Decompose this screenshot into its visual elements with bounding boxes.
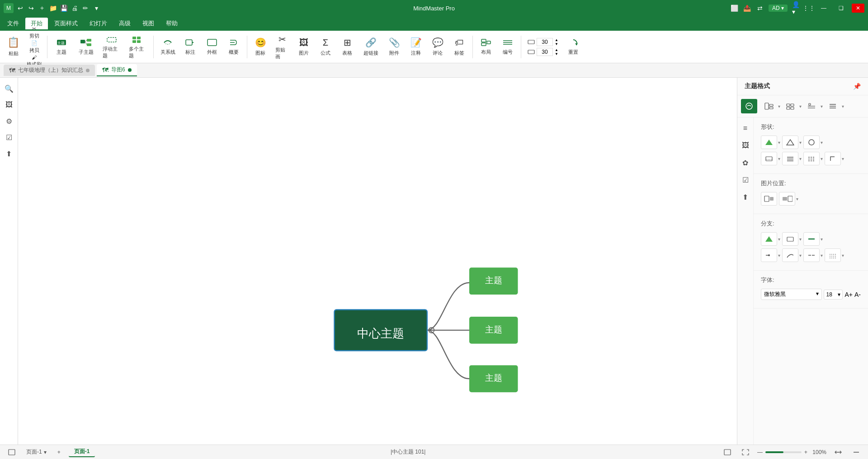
menu-file[interactable]: 文件: [2, 18, 24, 29]
line-dropdown[interactable]: ▾: [799, 156, 802, 161]
branch-corner2-btn[interactable]: [761, 248, 777, 262]
shape-circle-btn[interactable]: [803, 136, 820, 149]
print-btn[interactable]: 🖨: [71, 4, 79, 12]
panel-layout-btn3[interactable]: [803, 99, 820, 113]
multi-theme-btn[interactable]: 多个主题: [125, 33, 151, 61]
menu-view[interactable]: 视图: [137, 18, 160, 29]
page-view-btn[interactable]: [5, 448, 18, 456]
edit-btn[interactable]: ✏: [81, 4, 90, 12]
font-decrease-btn[interactable]: A-: [854, 291, 861, 298]
left-upload-btn[interactable]: ⬆: [2, 146, 16, 161]
user-btn[interactable]: 👤 ▾: [792, 4, 800, 12]
layout-dropdown3-arrow[interactable]: ▾: [821, 104, 823, 109]
shape-dash-btn[interactable]: [803, 152, 820, 165]
fit-width-btn[interactable]: [832, 448, 844, 456]
copy-btn[interactable]: 📄 拷贝: [24, 40, 44, 54]
font-family-selector[interactable]: 微软雅黑 ▾: [761, 289, 822, 300]
zoom-out-btn[interactable]: —: [757, 449, 763, 455]
panel-layout-btn2[interactable]: [782, 99, 798, 113]
corner-dropdown[interactable]: ▾: [842, 156, 844, 161]
branch-curve-btn[interactable]: [782, 248, 798, 262]
edit-shape-dropdown[interactable]: ▾: [778, 156, 780, 161]
more-btn[interactable]: ▾: [92, 4, 100, 12]
width-input[interactable]: [537, 38, 553, 46]
branch-dash2-btn[interactable]: [825, 248, 841, 262]
left-settings-btn[interactable]: ⚙: [2, 114, 16, 128]
branch-curve-dropdown[interactable]: ▾: [799, 253, 802, 258]
undo-btn[interactable]: ↩: [16, 4, 24, 12]
shape-fill-btn[interactable]: [761, 136, 777, 149]
page-label-btn[interactable]: 页面-1 ▾: [24, 447, 49, 457]
network-btn[interactable]: ⇄: [756, 4, 764, 12]
summary-btn[interactable]: 概要: [223, 33, 244, 61]
layout-dropdown2-arrow[interactable]: ▾: [799, 104, 802, 109]
formula-btn[interactable]: Σ 公式: [315, 33, 336, 61]
branch-edit-btn[interactable]: [782, 232, 798, 246]
list-dropdown-arrow[interactable]: ▾: [842, 104, 844, 109]
active-page-tab[interactable]: 页面-1: [69, 447, 95, 457]
font-increase-btn[interactable]: A+: [844, 291, 853, 298]
new-btn[interactable]: ＋: [38, 4, 46, 12]
minimize-btn[interactable]: —: [817, 4, 830, 13]
theme-btn[interactable]: 主题 主题: [50, 33, 73, 61]
panel-tool-wand[interactable]: [741, 99, 757, 113]
branch-dash2-dropdown[interactable]: ▾: [842, 253, 844, 258]
hyperlink-btn[interactable]: 🔗 超链接: [359, 33, 383, 61]
branch-multi-dropdown[interactable]: ▾: [821, 253, 823, 258]
outline-dropdown-arrow[interactable]: ▾: [799, 140, 802, 145]
screen-btn[interactable]: ⬜: [731, 4, 739, 12]
ad-btn[interactable]: AD ▾: [769, 5, 788, 12]
panel-nav-list[interactable]: ≡: [737, 121, 754, 136]
menu-slides[interactable]: 幻灯片: [84, 18, 113, 29]
dash-dropdown[interactable]: ▾: [821, 156, 823, 161]
image-pos-left-btn[interactable]: [761, 192, 777, 206]
frame-btn[interactable]: 外框: [202, 33, 222, 61]
tab-2[interactable]: 🗺 导图6: [97, 64, 137, 76]
comment-btn[interactable]: 💬 评论: [427, 33, 448, 61]
panel-layout-btn1[interactable]: [761, 99, 777, 113]
full-screen-btn[interactable]: [739, 448, 752, 456]
width-down[interactable]: ▼: [555, 42, 558, 46]
image-btn[interactable]: 🖼 图片: [293, 33, 314, 61]
table-btn[interactable]: ⊞ 表格: [337, 33, 358, 61]
branch-fill-dropdown[interactable]: ▾: [778, 237, 780, 242]
layout-btn[interactable]: 布局: [476, 33, 496, 61]
branch-edit-dropdown[interactable]: ▾: [799, 237, 802, 242]
attach-btn[interactable]: 📎 附件: [384, 33, 405, 61]
left-search-btn[interactable]: 🔍: [2, 81, 16, 96]
menu-page-style[interactable]: 页面样式: [49, 18, 83, 29]
fit-page-btn[interactable]: [721, 448, 734, 456]
image-pos-right-btn[interactable]: [779, 192, 795, 206]
maximize-btn[interactable]: ❑: [835, 4, 847, 13]
zoom-in-btn[interactable]: +: [804, 449, 807, 455]
circle-dropdown-arrow[interactable]: ▾: [821, 140, 823, 145]
image-pos-dropdown[interactable]: ▾: [796, 197, 798, 201]
zoom-slider[interactable]: [765, 451, 802, 453]
font-size-selector[interactable]: 18 ▾: [824, 290, 843, 300]
branch-line-btn[interactable]: [803, 232, 820, 246]
menu-advanced[interactable]: 高级: [113, 18, 136, 29]
numbering-btn[interactable]: 编号: [497, 33, 518, 61]
tag-btn[interactable]: 🏷 标签: [449, 33, 470, 61]
open-btn[interactable]: 📁: [49, 4, 57, 12]
float-theme-btn[interactable]: 浮动主题: [99, 33, 124, 61]
branch-multi-btn[interactable]: [803, 248, 820, 262]
branch-fill-btn[interactable]: [761, 232, 777, 246]
cut-btn[interactable]: ✂ 剪切: [24, 26, 44, 39]
icon-btn[interactable]: 😊 图标: [250, 33, 271, 61]
branch-line-dropdown[interactable]: ▾: [821, 237, 823, 242]
menu-help[interactable]: 帮助: [160, 18, 183, 29]
shape-edit-btn[interactable]: [761, 152, 777, 165]
save-btn[interactable]: 💾: [60, 4, 68, 12]
left-check-btn[interactable]: ☑: [2, 130, 16, 145]
panel-nav-check[interactable]: ☑: [737, 173, 754, 187]
panel-list-btn[interactable]: [825, 99, 841, 113]
subtheme-btn[interactable]: 子主题: [74, 33, 98, 61]
add-page-btn[interactable]: +: [55, 448, 63, 456]
height-down[interactable]: ▼: [555, 52, 558, 56]
apps-btn[interactable]: ⋮⋮: [805, 4, 813, 12]
share-btn[interactable]: 📤: [743, 4, 751, 12]
panel-pin-icon[interactable]: 📌: [853, 83, 861, 90]
tab-1[interactable]: 🗺 七年级地理（上）知识汇总: [4, 65, 95, 76]
left-image-btn[interactable]: 🖼: [2, 98, 16, 112]
